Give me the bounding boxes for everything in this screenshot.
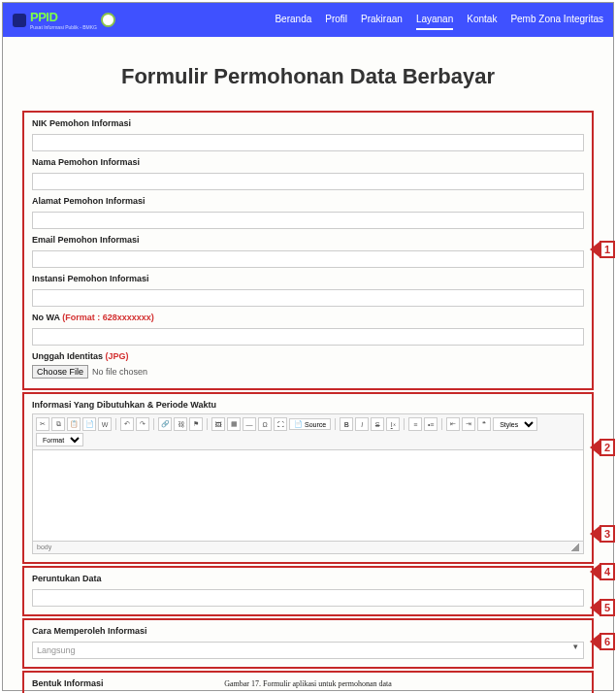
wa-label: No WA (Format : 628xxxxxxx) bbox=[32, 313, 584, 322]
paste-word-icon[interactable]: W bbox=[98, 417, 112, 431]
unggah-id-hint: (JPG) bbox=[106, 351, 129, 361]
choose-file-id-button[interactable]: Choose File bbox=[32, 365, 88, 379]
section-identitas: NIK Pemohon Informasi Nama Pemohon Infor… bbox=[22, 111, 594, 390]
no-file-id-text: No file chosen bbox=[92, 367, 147, 377]
format-select[interactable]: Format bbox=[36, 433, 83, 446]
brand: PPID Pusat Informasi Publik - BMKG bbox=[13, 10, 115, 30]
link-icon[interactable]: 🔗 bbox=[158, 417, 172, 431]
pointer-icon bbox=[590, 564, 600, 579]
special-char-icon[interactable]: Ω bbox=[258, 417, 272, 431]
bullet-list-icon[interactable]: •≡ bbox=[424, 417, 438, 431]
wa-hint: (Format : 628xxxxxxx) bbox=[62, 313, 154, 322]
wa-label-text: No WA bbox=[32, 313, 60, 322]
italic-icon[interactable]: I bbox=[355, 417, 369, 431]
nav-link-kontak[interactable]: Kontak bbox=[467, 10, 497, 30]
indent-icon[interactable]: ⇥ bbox=[462, 417, 475, 431]
brand-text: PPID bbox=[30, 10, 97, 24]
nav-link-profil[interactable]: Profil bbox=[325, 10, 347, 30]
instansi-input[interactable] bbox=[32, 289, 584, 307]
annotation-1: 1 bbox=[590, 241, 615, 258]
table-icon[interactable]: ▦ bbox=[227, 417, 241, 431]
nav-links: Beranda Profil Prakiraan Layanan Kontak … bbox=[275, 10, 603, 30]
cut-icon[interactable]: ✂ bbox=[36, 417, 49, 431]
nav-link-layanan[interactable]: Layanan bbox=[416, 10, 453, 30]
annotation-5: 5 bbox=[590, 599, 615, 616]
brand-badge-icon bbox=[13, 14, 26, 27]
source-button[interactable]: 📄 Source bbox=[289, 418, 331, 430]
numbered-list-icon[interactable]: ≡ bbox=[408, 417, 422, 431]
annotation-number: 6 bbox=[600, 633, 615, 650]
styles-select[interactable]: Styles bbox=[493, 417, 537, 431]
nama-label: Nama Pemohon Informasi bbox=[32, 157, 584, 167]
strike-icon[interactable]: S bbox=[371, 417, 384, 431]
instansi-label: Instansi Pemohon Informasi bbox=[32, 274, 584, 283]
unggah-id-label: Unggah Identitas (JPG) bbox=[32, 351, 584, 361]
pointer-icon bbox=[590, 526, 600, 542]
nik-input[interactable] bbox=[32, 134, 584, 151]
section-informasi: Informasi Yang Dibutuhkan & Periode Wakt… bbox=[22, 392, 594, 564]
section-peruntukan: Peruntukan Data bbox=[22, 566, 594, 616]
navbar: PPID Pusat Informasi Publik - BMKG Beran… bbox=[3, 3, 613, 37]
annotation-2: 2 bbox=[590, 439, 615, 456]
informasi-label: Informasi Yang Dibutuhkan & Periode Wakt… bbox=[32, 400, 584, 410]
copy-icon[interactable]: ⧉ bbox=[51, 417, 65, 431]
pointer-icon bbox=[590, 242, 600, 257]
separator-icon bbox=[115, 418, 116, 430]
annotation-number: 2 bbox=[600, 439, 615, 456]
pointer-icon bbox=[590, 440, 600, 455]
blockquote-icon[interactable]: ❝ bbox=[477, 417, 491, 431]
peruntukan-label: Peruntukan Data bbox=[32, 574, 584, 583]
alamat-label: Alamat Pemohon Informasi bbox=[32, 196, 584, 206]
annotation-number: 4 bbox=[600, 563, 615, 580]
nav-link-prakiraan[interactable]: Prakiraan bbox=[361, 10, 403, 30]
brand-subtext: Pusat Informasi Publik - BMKG bbox=[30, 24, 97, 30]
email-label: Email Pemohon Informasi bbox=[32, 235, 584, 245]
anchor-icon[interactable]: ⚑ bbox=[189, 417, 203, 431]
separator-icon bbox=[441, 418, 442, 430]
annotation-number: 1 bbox=[600, 241, 615, 258]
nama-input[interactable] bbox=[32, 173, 584, 190]
page-title: Formulir Permohonan Data Berbayar bbox=[3, 64, 613, 89]
undo-icon[interactable]: ↶ bbox=[120, 417, 134, 431]
hr-icon[interactable]: ― bbox=[243, 417, 256, 431]
rte-toolbar: ✂ ⧉ 📋 📄 W ↶ ↷ 🔗 ⛓ ⚑ 🖼 ▦ ― Ω ⛶ 📄 Source bbox=[32, 413, 584, 449]
brand-round-icon bbox=[101, 13, 115, 27]
figure-caption: Gambar 17. Formulir aplikasi untuk permo… bbox=[3, 679, 613, 688]
outdent-icon[interactable]: ⇤ bbox=[446, 417, 460, 431]
alamat-input[interactable] bbox=[32, 212, 584, 229]
peruntukan-input[interactable] bbox=[32, 589, 584, 607]
rte-editor[interactable] bbox=[32, 449, 584, 542]
pointer-icon bbox=[590, 634, 600, 649]
separator-icon bbox=[207, 418, 208, 430]
resize-handle-icon[interactable] bbox=[571, 544, 579, 551]
annotation-3: 3 bbox=[590, 525, 615, 543]
cara-label: Cara Memperoleh Informasi bbox=[32, 626, 584, 636]
redo-icon[interactable]: ↷ bbox=[136, 417, 149, 431]
email-input[interactable] bbox=[32, 250, 584, 268]
section-cara: Cara Memperoleh Informasi Langsung bbox=[22, 618, 594, 669]
pointer-icon bbox=[590, 600, 600, 615]
unlink-icon[interactable]: ⛓ bbox=[174, 417, 187, 431]
unggah-id-label-text: Unggah Identitas bbox=[32, 351, 103, 361]
nik-label: NIK Pemohon Informasi bbox=[32, 118, 584, 128]
nav-link-beranda[interactable]: Beranda bbox=[275, 10, 311, 30]
annotation-number: 5 bbox=[600, 599, 615, 616]
paste-icon[interactable]: 📋 bbox=[67, 417, 81, 431]
bold-icon[interactable]: B bbox=[340, 417, 353, 431]
nav-link-zona[interactable]: Pemb Zona Integritas bbox=[510, 10, 603, 30]
separator-icon bbox=[404, 418, 405, 430]
rte-path: body bbox=[37, 544, 51, 551]
cara-select[interactable]: Langsung bbox=[32, 642, 584, 659]
rte-footer: body bbox=[32, 542, 584, 554]
remove-format-icon[interactable]: Iₓ bbox=[386, 417, 400, 431]
maximize-icon[interactable]: ⛶ bbox=[274, 417, 287, 431]
paste-text-icon[interactable]: 📄 bbox=[82, 417, 96, 431]
annotation-4: 4 bbox=[590, 563, 615, 580]
separator-icon bbox=[335, 418, 336, 430]
image-icon[interactable]: 🖼 bbox=[211, 417, 225, 431]
annotation-number: 3 bbox=[600, 525, 615, 543]
annotation-6: 6 bbox=[590, 633, 615, 650]
separator-icon bbox=[153, 418, 154, 430]
wa-input[interactable] bbox=[32, 328, 584, 346]
